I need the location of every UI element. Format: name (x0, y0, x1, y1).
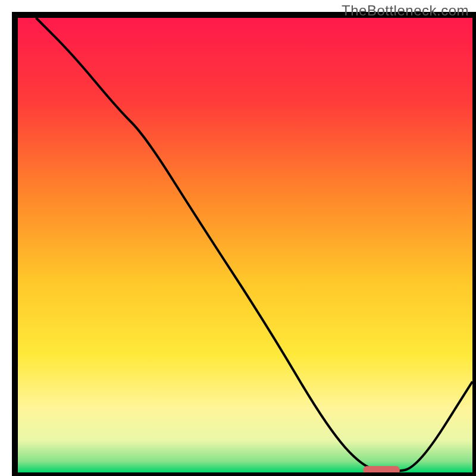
bottleneck-chart (0, 0, 476, 476)
plot-background (18, 18, 472, 472)
watermark-text: TheBottleneck.com (342, 2, 469, 19)
chart-container: TheBottleneck.com (0, 0, 476, 476)
